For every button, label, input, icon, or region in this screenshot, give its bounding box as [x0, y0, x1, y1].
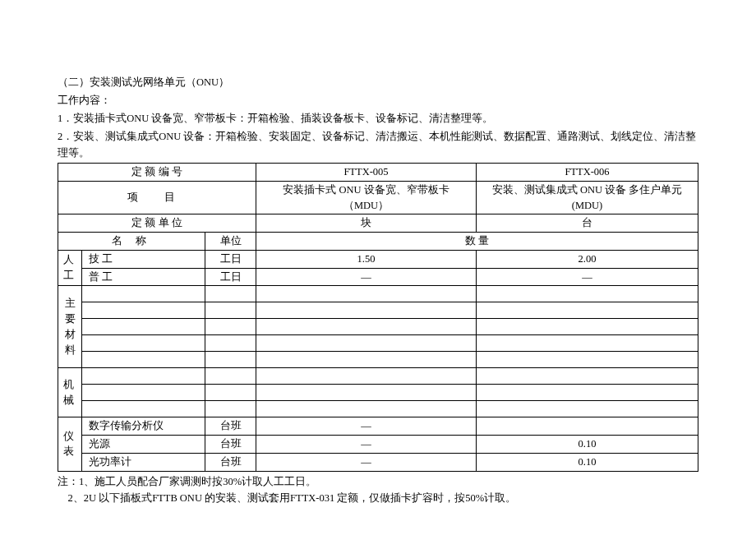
table-row: 光源 台班 — 0.10 — [58, 436, 698, 454]
table-row: 主要材料 — [58, 286, 698, 302]
inst-light-v2: 0.10 — [477, 436, 698, 454]
labor-skilled-name: 技 工 — [82, 250, 205, 268]
labor-unskilled-unit: 工日 — [205, 268, 256, 286]
notes-block: 注：1、施工人员配合厂家调测时按30%计取人工工日。 2、2U 以下插板式FTT… — [58, 473, 698, 506]
inst-power-v1: — — [256, 453, 477, 471]
table-row: 定 额 编 号 FTTX-005 FTTX-006 — [58, 164, 698, 182]
inst-digital-v1: — — [256, 417, 477, 436]
inst-power-v2: 0.10 — [477, 453, 698, 471]
table-row — [58, 302, 698, 319]
quota-code-label: 定 额 编 号 — [131, 166, 182, 178]
category-labor: 人工 — [58, 250, 82, 286]
work-content-line-2: 2．安装、测试集成式ONU 设备：开箱检验、安装固定、设备标记、清洁搬运、本机性… — [58, 128, 698, 161]
name-col-label: 名 称 — [112, 235, 150, 247]
table-row: 机械 — [58, 368, 698, 385]
inst-light-v1: — — [256, 436, 477, 454]
table-row: 仪表 数字传输分析仪 台班 — — [58, 417, 698, 436]
category-material: 主要材料 — [58, 286, 82, 368]
code-2: FTTX-006 — [477, 164, 698, 182]
category-mech: 机械 — [58, 368, 82, 417]
item-label: 项 目 — [127, 191, 186, 203]
table-row: 项 目 安装插卡式 ONU 设备宽、窄带板卡（MDU） 安装、测试集成式 ONU… — [58, 181, 698, 214]
unit-col-label: 单位 — [205, 233, 256, 251]
table-row: 普 工 工日 — — — [58, 268, 698, 286]
code-1: FTTX-005 — [256, 164, 477, 182]
labor-skilled-v2: 2.00 — [477, 250, 698, 268]
note-1: 注：1、施工人员配合厂家调测时按30%计取人工工日。 — [58, 473, 698, 490]
table-row — [58, 335, 698, 352]
labor-skilled-v1: 1.50 — [256, 250, 477, 268]
category-instrument: 仪表 — [58, 417, 82, 471]
item-1: 安装插卡式 ONU 设备宽、窄带板卡（MDU） — [256, 181, 477, 214]
qty-col-label: 数 量 — [465, 235, 489, 247]
work-content-line-1: 1．安装插卡式ONU 设备宽、窄带板卡：开箱检验、插装设备板卡、设备标记、清洁整… — [58, 110, 698, 127]
section-title: （二）安装测试光网络单元（ONU） — [58, 74, 698, 90]
quota-unit-2: 台 — [477, 214, 698, 233]
inst-power-unit: 台班 — [205, 453, 256, 471]
table-row — [58, 401, 698, 417]
quota-unit-label: 定 额 单 位 — [131, 217, 182, 228]
table-row — [58, 319, 698, 335]
table-row — [58, 385, 698, 401]
table-row: 人工 技 工 工日 1.50 2.00 — [58, 250, 698, 268]
table-row: 名 称 单位 数 量 — [58, 233, 698, 251]
item-2: 安装、测试集成式 ONU 设备 多住户单元(MDU) — [477, 181, 698, 214]
note-2: 2、2U 以下插板式FTTB ONU 的安装、测试套用FTTX-031 定额，仅… — [58, 490, 698, 506]
table-row: 光功率计 台班 — 0.10 — [58, 453, 698, 471]
work-content-label: 工作内容： — [58, 92, 698, 108]
inst-digital-v2 — [477, 417, 698, 436]
table-row: 定 额 单 位 块 台 — [58, 214, 698, 233]
inst-power-name: 光功率计 — [82, 453, 205, 471]
quota-table: 定 额 编 号 FTTX-005 FTTX-006 项 目 安装插卡式 ONU … — [58, 163, 698, 472]
inst-light-unit: 台班 — [205, 436, 256, 454]
labor-unskilled-v2: — — [477, 268, 698, 286]
inst-digital-unit: 台班 — [205, 417, 256, 436]
inst-light-name: 光源 — [82, 436, 205, 454]
labor-unskilled-name: 普 工 — [82, 268, 205, 286]
quota-unit-1: 块 — [256, 214, 477, 233]
inst-digital-name: 数字传输分析仪 — [82, 417, 205, 436]
table-row — [58, 352, 698, 368]
labor-skilled-unit: 工日 — [205, 250, 256, 268]
labor-unskilled-v1: — — [256, 268, 477, 286]
